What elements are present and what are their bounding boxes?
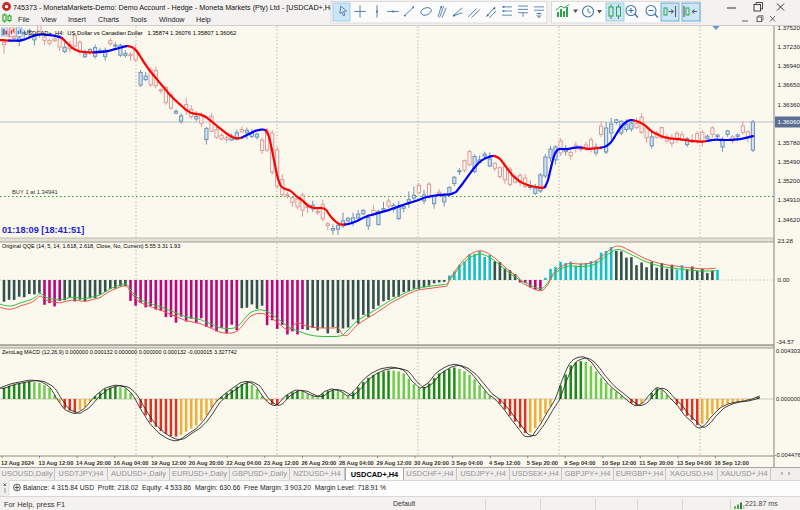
svg-text:1.37520: 1.37520 — [778, 26, 800, 31]
svg-text:1.35780: 1.35780 — [778, 139, 800, 146]
svg-text:Window: Window — [159, 15, 185, 24]
svg-text:Help: Help — [196, 15, 211, 24]
svg-text:Charts: Charts — [98, 15, 120, 24]
svg-text:19 Aug 12:00: 19 Aug 12:00 — [151, 460, 186, 466]
svg-text:1.34910: 1.34910 — [778, 196, 800, 203]
svg-text:0.004303: 0.004303 — [776, 348, 800, 354]
svg-text:1.36940: 1.36940 — [778, 62, 800, 69]
svg-text:12 Aug 2024: 12 Aug 2024 — [1, 460, 35, 466]
svg-text:10 Sep 12:00: 10 Sep 12:00 — [602, 460, 636, 466]
svg-text:30 Aug 20:00: 30 Aug 20:00 — [414, 460, 449, 466]
svg-text:3 Sep 04:00: 3 Sep 04:00 — [452, 460, 483, 466]
svg-text:11 Sep 20:00: 11 Sep 20:00 — [639, 460, 673, 466]
svg-text:ZeroLag MACD (12,26,9) 0.00000: ZeroLag MACD (12,26,9) 0.000000 0.000132… — [2, 349, 237, 355]
svg-text:16 Sep 12:00: 16 Sep 12:00 — [714, 460, 748, 466]
svg-text:28 Aug 04:00: 28 Aug 04:00 — [339, 460, 374, 466]
svg-text:16 Aug 04:00: 16 Aug 04:00 — [114, 460, 149, 466]
svg-text:1.34620: 1.34620 — [778, 216, 800, 223]
svg-text:13 Sep 04:00: 13 Sep 04:00 — [677, 460, 711, 466]
svg-text:View: View — [41, 15, 57, 24]
svg-text:1.36650: 1.36650 — [778, 81, 800, 88]
svg-text:9 Sep 04:00: 9 Sep 04:00 — [564, 460, 595, 466]
svg-text:22 Aug 04:00: 22 Aug 04:00 — [226, 460, 261, 466]
svg-text:0.000000: 0.000000 — [776, 396, 800, 402]
svg-text:29 Aug 12:00: 29 Aug 12:00 — [377, 460, 412, 466]
svg-text:1.36060: 1.36060 — [778, 118, 800, 125]
svg-text:0.00: 0.00 — [778, 276, 791, 283]
svg-text:1.37230: 1.37230 — [778, 43, 800, 50]
svg-text:USDCAD+, H4: US Dollar vs Can: USDCAD+, H4: US Dollar vs Canadian Dolla… — [24, 30, 236, 36]
svg-text:1.35490: 1.35490 — [778, 158, 800, 165]
svg-text:Insert: Insert — [68, 15, 86, 24]
svg-text:-34.57: -34.57 — [777, 338, 795, 345]
svg-text:14 Aug 20:00: 14 Aug 20:00 — [76, 460, 111, 466]
svg-text:23.28: 23.28 — [778, 237, 794, 244]
svg-text:Tools: Tools — [130, 15, 147, 24]
svg-text:1.35200: 1.35200 — [778, 177, 800, 184]
svg-text:01:18:09 [18:41:51]: 01:18:09 [18:41:51] — [2, 225, 84, 235]
svg-text:26 Aug 20:00: 26 Aug 20:00 — [301, 460, 336, 466]
svg-text:20 Aug 20:00: 20 Aug 20:00 — [189, 460, 224, 466]
svg-text:Original QQE (14, 5, 14, 1.618: Original QQE (14, 5, 14, 1.618, 2.618, C… — [2, 243, 180, 249]
svg-text:23 Aug 12:00: 23 Aug 12:00 — [264, 460, 299, 466]
svg-text:5 Sep 20:00: 5 Sep 20:00 — [527, 460, 558, 466]
svg-text:-0.004476: -0.004476 — [775, 452, 800, 458]
svg-text:File: File — [18, 15, 30, 24]
svg-text:BUY 1 at 1.34941: BUY 1 at 1.34941 — [12, 189, 58, 195]
svg-text:13 Aug 12:00: 13 Aug 12:00 — [39, 460, 74, 466]
svg-text:745373 - MonetaMarkets-Demo: D: 745373 - MonetaMarkets-Demo: Demo Accoun… — [13, 3, 336, 12]
svg-text:1.36360: 1.36360 — [778, 101, 800, 108]
svg-text:4 Sep 12:00: 4 Sep 12:00 — [489, 460, 520, 466]
svg-text:Balance: 4 315.84 USD Profit:: Balance: 4 315.84 USD Profit: 218.02 Equ… — [23, 484, 386, 492]
